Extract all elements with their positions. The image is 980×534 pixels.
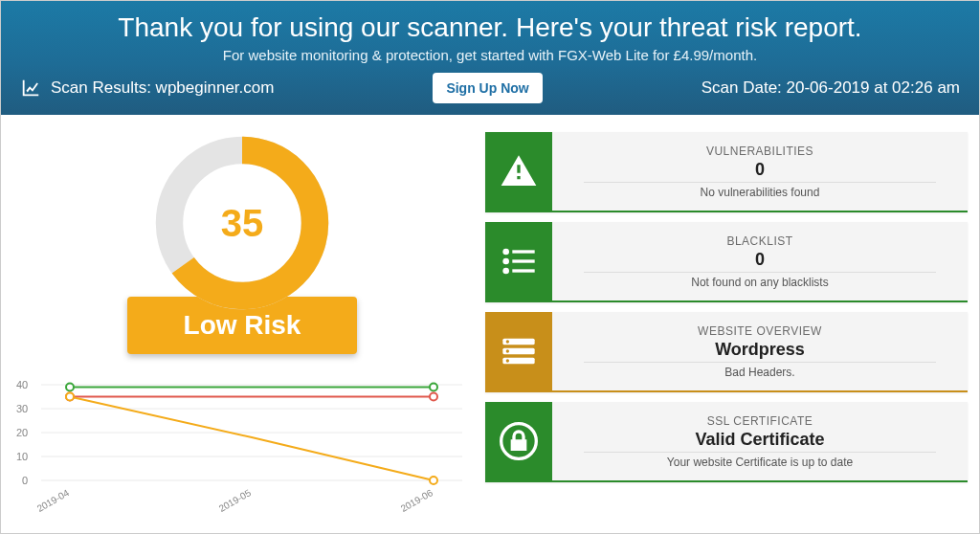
blacklist-title: BLACKLIST — [726, 234, 792, 248]
overview-title: WEBSITE OVERVIEW — [698, 324, 822, 338]
svg-point-15 — [430, 393, 437, 401]
svg-text:30: 30 — [16, 403, 28, 414]
svg-rect-24 — [512, 259, 534, 262]
overview-value: Wordpress — [715, 340, 805, 360]
risk-gauge: 35 — [151, 132, 333, 314]
trend-icon — [20, 78, 41, 99]
svg-point-32 — [506, 359, 509, 362]
vuln-title: VULNERABILITIES — [706, 145, 813, 158]
blacklist-card[interactable]: BLACKLIST 0 Not found on any blacklists — [485, 222, 968, 302]
history-line-chart: 40 30 20 10 0 — [12, 366, 472, 523]
svg-text:20: 20 — [16, 427, 28, 438]
svg-text:2019-04: 2019-04 — [35, 487, 72, 514]
blacklist-note: Not found on any blacklists — [584, 272, 936, 289]
signup-button[interactable]: Sign Up Now — [433, 73, 542, 103]
svg-text:2019-05: 2019-05 — [217, 487, 254, 514]
svg-point-16 — [66, 393, 74, 401]
ssl-card[interactable]: SSL CERTIFICATE Valid Certificate Your w… — [485, 402, 968, 482]
svg-text:40: 40 — [16, 379, 28, 390]
blacklist-value: 0 — [755, 250, 765, 270]
svg-point-30 — [506, 340, 509, 343]
list-icon — [485, 222, 552, 300]
vulnerabilities-card[interactable]: VULNERABILITIES 0 No vulnerabilities fou… — [485, 132, 968, 212]
report-header: Thank you for using our scanner. Here's … — [1, 1, 979, 115]
report-subtitle: For website monitoring & protection, get… — [20, 47, 960, 63]
overview-card[interactable]: WEBSITE OVERVIEW Wordpress Bad Headers. — [485, 312, 968, 392]
svg-point-13 — [430, 384, 437, 391]
server-icon — [485, 312, 552, 390]
report-title: Thank you for using our scanner. Here's … — [20, 12, 960, 43]
warning-triangle-icon — [485, 132, 552, 211]
svg-text:0: 0 — [22, 475, 28, 486]
svg-point-25 — [502, 268, 509, 275]
scan-date-label: Scan Date: 20-06-2019 at 02:26 am — [702, 78, 960, 98]
lock-shield-icon — [485, 402, 552, 480]
ssl-value: Valid Certificate — [695, 430, 824, 450]
svg-rect-26 — [512, 269, 534, 272]
ssl-note: Your website Certificate is up to date — [584, 452, 936, 469]
risk-score: 35 — [151, 132, 333, 314]
svg-rect-22 — [512, 250, 534, 253]
overview-note: Bad Headers. — [584, 362, 936, 379]
ssl-title: SSL CERTIFICATE — [707, 414, 813, 428]
svg-text:2019-06: 2019-06 — [399, 487, 435, 514]
svg-point-31 — [506, 349, 509, 352]
svg-point-21 — [502, 249, 509, 256]
svg-point-17 — [430, 477, 437, 484]
svg-point-12 — [66, 384, 74, 391]
vuln-note: No vulnerabilities found — [584, 182, 936, 199]
svg-point-23 — [502, 258, 509, 265]
svg-text:10: 10 — [16, 451, 28, 462]
vuln-value: 0 — [755, 160, 765, 180]
scan-results-label: Scan Results: wpbeginner.com — [51, 78, 274, 98]
